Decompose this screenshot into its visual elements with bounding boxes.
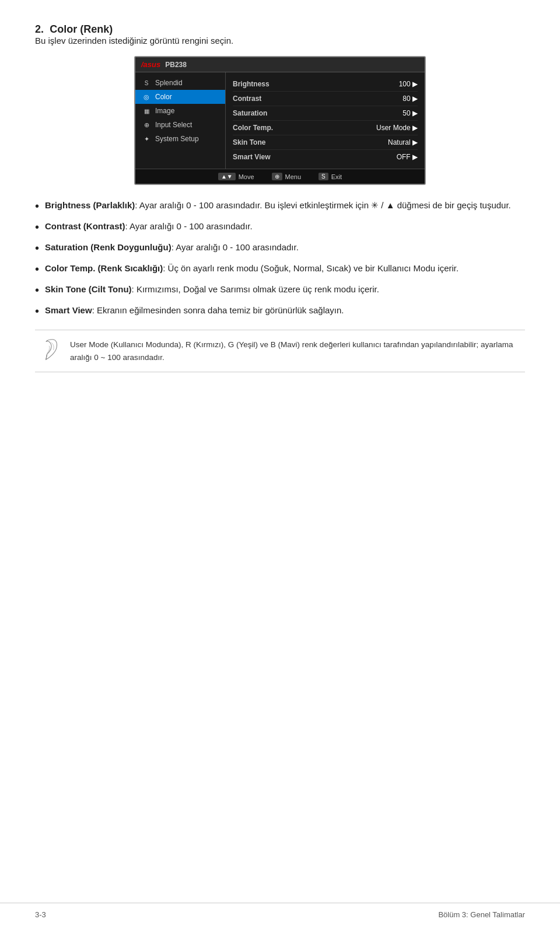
list-item-saturation: • Saturation (Renk Doygunluğu): Ayar ara…	[35, 241, 525, 255]
osd-colortemp-label: Color Temp.	[233, 124, 273, 132]
section-title: Color (Renk)	[50, 23, 113, 35]
menu-label-system-setup: System Setup	[155, 135, 199, 143]
menu-label-color: Color	[155, 93, 172, 101]
menu-label-image: Image	[155, 107, 174, 115]
osd-brightness-value: 100 ▶	[399, 80, 418, 88]
osd-menu-item-color[interactable]: ◎ Color	[135, 90, 225, 104]
bullet-text-colortemp: Color Temp. (Renk Sıcaklığı): Üç ön ayar…	[45, 262, 525, 275]
osd-footer: ▲▼ Move ⊕ Menu S Exit	[135, 169, 425, 184]
bullet-text-smartview: Smart View: Ekranın eğilmesinden sonra d…	[45, 304, 525, 317]
osd-menu-item-input-select[interactable]: ⊕ Input Select	[135, 118, 225, 132]
page-number: 3-3	[35, 910, 46, 919]
osd-row-contrast: Contrast 80 ▶	[233, 92, 418, 106]
note-icon	[41, 338, 62, 362]
bullet-dot-2: •	[35, 220, 39, 234]
osd-menu-item-splendid[interactable]: S Splendid	[135, 76, 225, 90]
splendid-icon: S	[141, 79, 152, 87]
bullet-dot-4: •	[35, 262, 39, 276]
osd-footer-exit: S Exit	[318, 173, 342, 180]
osd-monitor-ui: /asus PB238 S Splendid ◎ Color ▦	[35, 56, 525, 185]
bullet-dot-1: •	[35, 199, 39, 213]
osd-contrast-label: Contrast	[233, 95, 261, 103]
feature-list: • Brightness (Parlaklık): Ayar aralığı 0…	[35, 199, 525, 318]
osd-brightness-label: Brightness	[233, 80, 270, 88]
bullet-dot-6: •	[35, 304, 39, 318]
list-item-brightness: • Brightness (Parlaklık): Ayar aralığı 0…	[35, 199, 525, 213]
bullet-text-contrast: Contrast (Kontrast): Ayar aralığı 0 - 10…	[45, 220, 525, 233]
note-box: User Mode (Kullanıcı Modunda), R (Kırmız…	[35, 330, 525, 372]
osd-footer-menu: ⊕ Menu	[272, 173, 302, 180]
exit-icon: S	[318, 173, 328, 180]
osd-menu: S Splendid ◎ Color ▦ Image ⊕ Input Selec…	[135, 72, 226, 169]
bullet-dot-3: •	[35, 241, 39, 255]
osd-saturation-value: 50 ▶	[402, 109, 418, 117]
osd-contrast-value: 80 ▶	[402, 95, 418, 103]
osd-logo: /asus	[141, 60, 160, 69]
menu-icon: ⊕	[272, 173, 282, 180]
osd-content: Brightness 100 ▶ Contrast 80 ▶ Saturatio…	[226, 72, 425, 169]
osd-saturation-label: Saturation	[233, 109, 267, 117]
menu-label-input-select: Input Select	[155, 121, 192, 129]
osd-smartview-value: OFF ▶	[397, 153, 418, 161]
bullet-text-brightness: Brightness (Parlaklık): Ayar aralığı 0 -…	[45, 199, 525, 212]
osd-body: S Splendid ◎ Color ▦ Image ⊕ Input Selec…	[135, 72, 425, 169]
osd-skintone-label: Skin Tone	[233, 138, 265, 146]
osd-row-saturation: Saturation 50 ▶	[233, 106, 418, 121]
list-item-smart-view: • Smart View: Ekranın eğilmesinden sonra…	[35, 304, 525, 318]
osd-box: /asus PB238 S Splendid ◎ Color ▦	[134, 56, 426, 185]
bullet-text-skintone: Skin Tone (Cilt Tonu): Kırmızımsı, Doğal…	[45, 283, 525, 296]
osd-row-skin-tone: Skin Tone Natural ▶	[233, 135, 418, 150]
osd-smartview-label: Smart View	[233, 153, 270, 161]
osd-colortemp-value: User Mode ▶	[376, 124, 418, 132]
osd-menu-item-image[interactable]: ▦ Image	[135, 104, 225, 118]
section-subtitle: Bu işlev üzerinden istediğiniz görüntü r…	[35, 36, 525, 46]
input-select-icon: ⊕	[141, 121, 152, 129]
bullet-text-saturation: Saturation (Renk Doygunluğu): Ayar aralı…	[45, 241, 525, 254]
page-chapter: Bölüm 3: Genel Talimatlar	[438, 910, 525, 919]
menu-label-splendid: Splendid	[155, 79, 183, 87]
list-item-contrast: • Contrast (Kontrast): Ayar aralığı 0 - …	[35, 220, 525, 234]
image-icon: ▦	[141, 107, 152, 115]
osd-footer-move: ▲▼ Move	[218, 173, 254, 180]
osd-footer-menu-label: Menu	[285, 173, 302, 180]
osd-model: PB238	[165, 61, 187, 69]
osd-row-color-temp: Color Temp. User Mode ▶	[233, 121, 418, 135]
move-icon: ▲▼	[218, 173, 236, 180]
osd-skintone-value: Natural ▶	[388, 138, 418, 146]
osd-row-brightness: Brightness 100 ▶	[233, 77, 418, 92]
osd-footer-move-label: Move	[239, 173, 254, 180]
system-setup-icon: ✦	[141, 135, 152, 143]
osd-menu-item-system-setup[interactable]: ✦ System Setup	[135, 132, 225, 146]
list-item-color-temp: • Color Temp. (Renk Sıcaklığı): Üç ön ay…	[35, 262, 525, 276]
list-item-skin-tone: • Skin Tone (Cilt Tonu): Kırmızımsı, Doğ…	[35, 283, 525, 297]
bullet-dot-5: •	[35, 283, 39, 297]
pen-icon	[41, 338, 60, 361]
osd-footer-exit-label: Exit	[331, 173, 342, 180]
osd-header: /asus PB238	[135, 57, 425, 72]
section-number: 2.	[35, 23, 44, 35]
color-icon: ◎	[141, 93, 152, 101]
osd-row-smart-view: Smart View OFF ▶	[233, 150, 418, 164]
note-text: User Mode (Kullanıcı Modunda), R (Kırmız…	[70, 338, 519, 364]
page-footer: 3-3 Bölüm 3: Genel Talimatlar	[0, 903, 560, 926]
